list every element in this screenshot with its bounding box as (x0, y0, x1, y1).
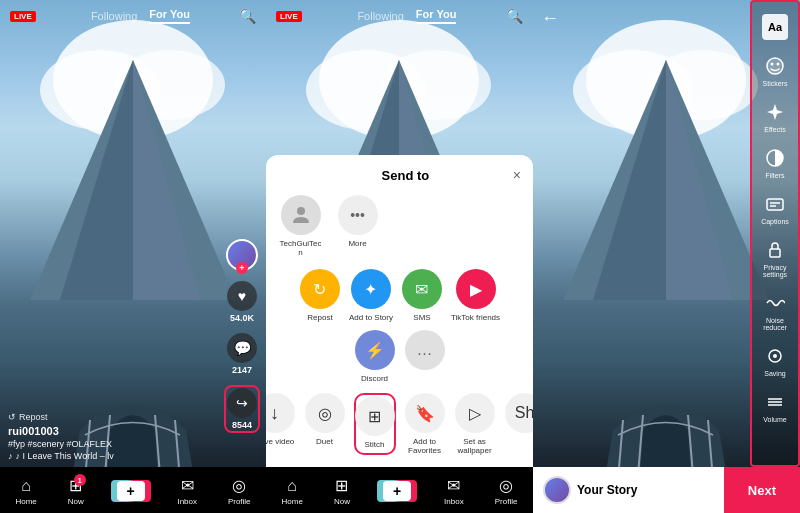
repost-label: ↺ Repost (8, 412, 114, 422)
svg-point-36 (767, 58, 783, 74)
nav-home[interactable]: ⌂ Home (15, 477, 36, 506)
share-actions-row1: ↻ Repost ✦ Add to Story ✉ SMS ▶ TikTok f… (278, 269, 521, 383)
contact-more[interactable]: ••• More (335, 195, 380, 257)
tool-effects[interactable]: Effects (752, 95, 798, 137)
wallpaper-icon: ▷ (455, 393, 495, 433)
nav-inbox-2[interactable]: ✉ Inbox (444, 476, 464, 506)
nav-profile-2[interactable]: ◎ Profile (495, 476, 518, 506)
nav-add-2[interactable]: + (381, 480, 413, 502)
wallpaper-btn[interactable]: ▷ Set as wallpaper (454, 393, 496, 455)
next-button[interactable]: Next (724, 467, 800, 513)
duet-label: Duet (316, 437, 333, 446)
inbox-icon-2: ✉ (447, 476, 460, 495)
comment-icon: 💬 (227, 333, 257, 363)
follow-badge: + (236, 262, 248, 274)
sms-btn[interactable]: ✉ SMS (401, 269, 443, 322)
captions-label: Captions (761, 218, 789, 225)
contact-name-techgui: TechGuiTecn (280, 239, 322, 257)
save-video-btn[interactable]: ↓ Save video (266, 393, 296, 455)
duet-icon: ◎ (305, 393, 345, 433)
close-button[interactable]: × (513, 167, 521, 183)
favorites-label: Add to Favorites (404, 437, 446, 455)
noise-icon (762, 290, 788, 316)
nav-now[interactable]: ⊞ Now 1 (68, 476, 84, 506)
repost-btn[interactable]: ↻ Repost (299, 269, 341, 322)
stitch-btn[interactable]: ⊞ Stitch (354, 393, 396, 455)
bottom-nav-2: ⌂ Home ⊞ Now + ✉ Inbox ◎ Profile (266, 467, 533, 513)
tool-privacy[interactable]: Privacy settings (752, 233, 798, 282)
comment-count: 2147 (232, 365, 252, 375)
comment-btn[interactable]: 💬 2147 (227, 333, 257, 375)
contact-avatar-techgui (281, 195, 321, 235)
stitch-label: Stitch (364, 440, 384, 449)
discord-btn[interactable]: ⚡ Discord (354, 330, 396, 383)
user-avatar-1[interactable]: + (226, 239, 258, 271)
svg-point-37 (771, 63, 774, 66)
add-story-label: Add to Story (349, 313, 393, 322)
top-nav-2: LIVE Following For You 🔍 (266, 0, 533, 32)
nav-profile[interactable]: ◎ Profile (228, 476, 251, 506)
nav-inbox[interactable]: ✉ Inbox (177, 476, 197, 506)
search-icon-1[interactable]: 🔍 (239, 8, 256, 24)
duet-btn[interactable]: ◎ Duet (304, 393, 346, 455)
svg-point-45 (773, 354, 777, 358)
privacy-icon (762, 237, 788, 263)
svg-point-38 (777, 63, 780, 66)
effects-icon (762, 99, 788, 125)
following-tab-1[interactable]: Following (91, 10, 137, 22)
more-btn[interactable]: … (404, 330, 446, 383)
tool-volume[interactable]: Volume (752, 385, 798, 427)
extra-btn[interactable]: Sh (504, 393, 534, 455)
contact-techgui[interactable]: TechGuiTecn (278, 195, 323, 257)
profile-icon-2: ◎ (499, 476, 513, 495)
effects-label: Effects (764, 126, 785, 133)
music-text: ♪ ♪ I Leave This World – lv (8, 451, 114, 461)
tool-noise[interactable]: Noise reducer (752, 286, 798, 335)
tool-saving[interactable]: Saving (752, 339, 798, 381)
hashtags: #fyp #scenery #OLAFLEX (8, 439, 114, 449)
tool-stickers[interactable]: Stickers (752, 49, 798, 91)
search-icon-2[interactable]: 🔍 (506, 8, 523, 24)
favorites-btn[interactable]: 🔖 Add to Favorites (404, 393, 446, 455)
back-button[interactable]: ← (541, 8, 559, 29)
nav-home-2[interactable]: ⌂ Home (282, 477, 303, 506)
repost-icon: ↻ (300, 269, 340, 309)
story-avatar (543, 476, 571, 504)
bottom-nav-1: ⌂ Home ⊞ Now 1 + ✉ Inbox ◎ Profile (0, 467, 266, 513)
share-modal: Send to × TechGuiTecn ••• More ↻ Repos (266, 155, 533, 467)
discord-label: Discord (361, 374, 388, 383)
nav-now-2[interactable]: ⊞ Now (334, 476, 350, 506)
more-icon: … (405, 330, 445, 370)
panel-2: LIVE Following For You 🔍 Send to × TechG… (266, 0, 533, 513)
tool-filters[interactable]: Filters (752, 141, 798, 183)
repost-icon: ↺ (8, 412, 16, 422)
tiktok-label: TikTok friends (451, 313, 500, 322)
tool-text[interactable]: Aa (752, 10, 798, 45)
nav-home-label-2: Home (282, 497, 303, 506)
for-you-tab-2[interactable]: For You (416, 8, 457, 24)
like-btn[interactable]: ♥ 54.0K (227, 281, 257, 323)
tool-captions[interactable]: Captions (752, 187, 798, 229)
tiktok-friends-btn[interactable]: ▶ TikTok friends (451, 269, 500, 322)
privacy-label: Privacy settings (754, 264, 796, 278)
like-count: 54.0K (230, 313, 254, 323)
right-actions-1: + ♥ 54.0K 💬 2147 ↪ 8544 (224, 239, 260, 433)
add-story-icon: ✦ (351, 269, 391, 309)
share-btn[interactable]: ↪ 8544 (224, 385, 260, 433)
stickers-icon (762, 53, 788, 79)
add-to-story-btn[interactable]: ✦ Add to Story (349, 269, 393, 322)
saving-icon (762, 343, 788, 369)
nav-add[interactable]: + (115, 480, 147, 502)
discord-icon: ⚡ (355, 330, 395, 370)
for-you-tab-1[interactable]: For You (149, 8, 190, 24)
favorites-icon: 🔖 (405, 393, 445, 433)
nav-profile-label-2: Profile (495, 497, 518, 506)
nav-profile-label: Profile (228, 497, 251, 506)
nav-inbox-label-2: Inbox (444, 497, 464, 506)
share-icon: ↪ (227, 388, 257, 418)
extra-icon: Sh (505, 393, 534, 433)
svg-rect-40 (767, 199, 783, 210)
nav-links-2: Following For You (308, 8, 506, 24)
panel-3: ← Aa Stickers Effects Filters (533, 0, 800, 513)
following-tab-2[interactable]: Following (357, 10, 403, 22)
